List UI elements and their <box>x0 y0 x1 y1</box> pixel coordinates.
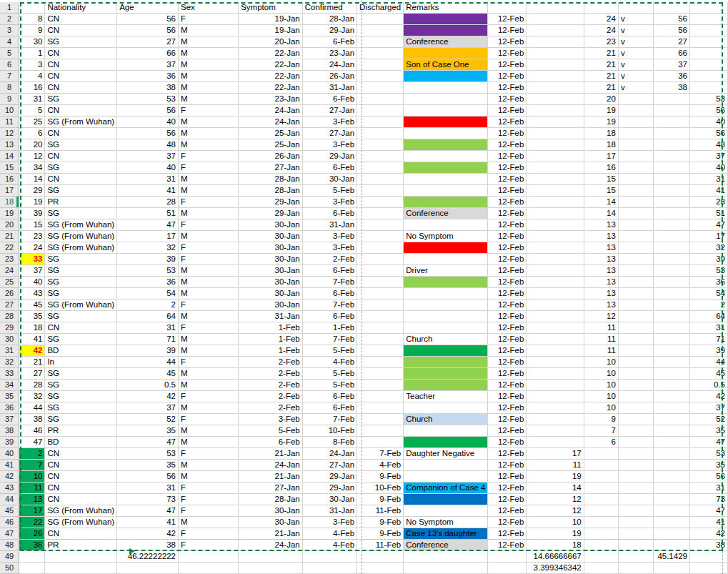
cell-J6[interactable]: 12-Feb <box>488 59 527 71</box>
cell-M21[interactable] <box>618 231 653 242</box>
cell-M36[interactable] <box>618 402 653 414</box>
cell-D32[interactable]: 44 <box>117 357 179 368</box>
cell-H1[interactable]: Discharged <box>357 2 404 14</box>
cell-D34[interactable]: 0.5 <box>117 380 179 391</box>
cell-F16[interactable]: 28-Jan <box>239 174 303 185</box>
cell-C50[interactable] <box>45 563 117 574</box>
cell-J12[interactable]: 12-Feb <box>488 128 527 139</box>
cell-G26[interactable]: 6-Feb <box>302 288 356 300</box>
cell-N3[interactable]: 56 <box>654 25 690 36</box>
cell-O28[interactable]: 64 <box>689 311 727 322</box>
cell-E17[interactable]: M <box>178 185 238 197</box>
cell-L11[interactable]: 19 <box>584 117 618 128</box>
cell-K11[interactable] <box>527 117 584 128</box>
cell-O11[interactable]: 40 <box>689 117 727 128</box>
cell-M26[interactable] <box>618 288 653 300</box>
cell-B16[interactable]: 14 <box>19 174 45 185</box>
cell-B2[interactable]: 8 <box>19 14 45 25</box>
cell-D36[interactable]: 37 <box>117 402 179 414</box>
cell-N17[interactable] <box>654 185 690 197</box>
cell-G46[interactable]: 3-Feb <box>302 517 356 528</box>
cell-F19[interactable]: 29-Jan <box>239 208 303 219</box>
cell-C21[interactable]: SG (From Wuhan) <box>45 231 117 242</box>
cell-E15[interactable]: F <box>178 162 238 174</box>
cell-L18[interactable]: 14 <box>584 197 618 208</box>
cell-O48[interactable]: 38 <box>689 540 727 551</box>
cell-B43[interactable]: 11 <box>19 483 45 494</box>
cell-J13[interactable]: 12-Feb <box>488 139 527 151</box>
cell-C45[interactable]: SG (From Wuhan) <box>45 505 117 517</box>
cell-J24[interactable]: 12-Feb <box>488 265 527 277</box>
cell-D14[interactable]: 37 <box>117 151 179 162</box>
cell-M23[interactable] <box>618 254 653 265</box>
cell-O27[interactable]: 2 <box>689 300 727 311</box>
row-header-3[interactable]: 3 <box>0 25 19 36</box>
cell-H12[interactable] <box>357 128 404 139</box>
cell-E47[interactable]: F <box>178 528 238 540</box>
cell-D28[interactable]: 64 <box>117 311 179 322</box>
cell-H41[interactable]: 4-Feb <box>357 460 404 471</box>
cell-G17[interactable]: 5-Feb <box>302 185 356 197</box>
cell-K5[interactable] <box>527 48 584 59</box>
cell-L40[interactable] <box>584 448 618 460</box>
cell-H40[interactable]: 7-Feb <box>357 448 404 460</box>
cell-L46[interactable] <box>584 517 618 528</box>
cell-F26[interactable]: 30-Jan <box>239 288 303 300</box>
cell-F23[interactable]: 30-Jan <box>239 254 303 265</box>
cell-B24[interactable]: 37 <box>19 265 45 277</box>
cell-J29[interactable]: 12-Feb <box>488 322 527 334</box>
cell-M24[interactable] <box>618 265 653 277</box>
cell-F8[interactable]: 22-Jan <box>239 82 303 94</box>
cell-H38[interactable] <box>357 425 404 437</box>
cell-D8[interactable]: 38 <box>117 82 179 94</box>
row-header-39[interactable]: 39 <box>0 437 19 448</box>
cell-N2[interactable]: 56 <box>654 14 690 25</box>
cell-E16[interactable]: M <box>178 174 238 185</box>
cell-G2[interactable]: 28-Jan <box>302 14 356 25</box>
cell-J50[interactable] <box>488 563 527 574</box>
cell-F49[interactable] <box>239 551 303 563</box>
cell-L37[interactable]: 9 <box>584 414 618 425</box>
cell-H26[interactable] <box>357 288 404 300</box>
cell-K18[interactable] <box>527 197 584 208</box>
row-header-13[interactable]: 13 <box>0 139 19 151</box>
cell-H9[interactable] <box>357 94 404 105</box>
cell-F20[interactable]: 30-Jan <box>239 219 303 231</box>
cell-D27[interactable]: 2 <box>117 300 179 311</box>
cell-K43[interactable]: 14 <box>527 483 584 494</box>
cell-B48[interactable]: 36 <box>19 540 45 551</box>
cell-C16[interactable]: CN <box>45 174 117 185</box>
cell-C27[interactable]: SG (From Wuhan) <box>45 300 117 311</box>
cell-J40[interactable]: 12-Feb <box>488 448 527 460</box>
cell-G18[interactable]: 3-Feb <box>302 197 356 208</box>
cell-G28[interactable]: 6-Feb <box>302 311 356 322</box>
cell-I22[interactable] <box>404 242 488 254</box>
cell-M47[interactable] <box>618 528 653 540</box>
cell-B21[interactable]: 23 <box>19 231 45 242</box>
cell-O36[interactable]: 37 <box>689 402 727 414</box>
cell-C29[interactable]: CN <box>45 322 117 334</box>
cell-B37[interactable]: 38 <box>19 414 45 425</box>
cell-D17[interactable]: 41 <box>117 185 179 197</box>
cell-N35[interactable] <box>654 391 690 402</box>
cell-C6[interactable]: CN <box>45 59 117 71</box>
cell-G49[interactable] <box>302 551 356 563</box>
cell-H14[interactable] <box>357 151 404 162</box>
cell-C44[interactable]: CN <box>45 494 117 505</box>
cell-K42[interactable]: 19 <box>527 471 584 483</box>
cell-G10[interactable]: 27-Jan <box>302 105 356 117</box>
cell-K44[interactable]: 12 <box>527 494 584 505</box>
cell-B35[interactable]: 32 <box>19 391 45 402</box>
cell-L26[interactable]: 13 <box>584 288 618 300</box>
cell-D35[interactable]: 42 <box>117 391 179 402</box>
cell-D9[interactable]: 53 <box>117 94 179 105</box>
cell-I35[interactable]: Teacher <box>404 391 488 402</box>
cell-C9[interactable]: SG <box>45 94 117 105</box>
cell-L10[interactable]: 19 <box>584 105 618 117</box>
cell-D39[interactable]: 47 <box>117 437 179 448</box>
cell-G38[interactable]: 10-Feb <box>302 425 356 437</box>
row-header-34[interactable]: 34 <box>0 380 19 391</box>
cell-G27[interactable]: 7-Feb <box>302 300 356 311</box>
cell-L20[interactable]: 13 <box>584 219 618 231</box>
cell-E40[interactable]: F <box>178 448 238 460</box>
